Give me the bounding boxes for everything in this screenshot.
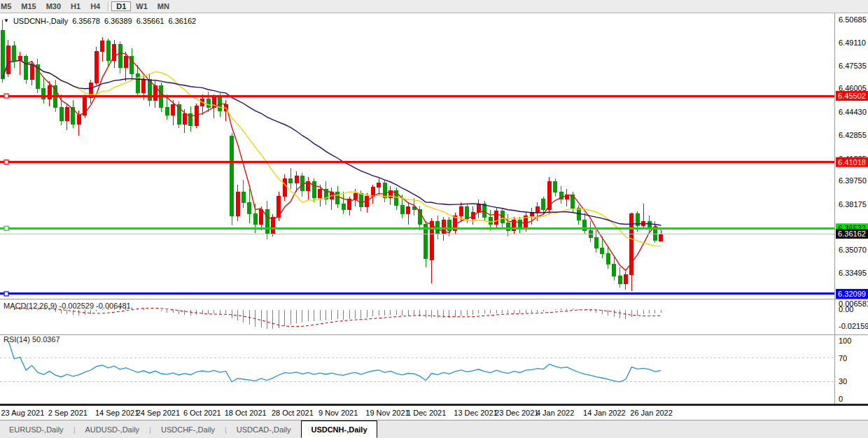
candle-body bbox=[206, 99, 210, 108]
timeframe-button-d1[interactable]: D1 bbox=[111, 1, 131, 11]
candle bbox=[136, 65, 139, 97]
candle-body bbox=[342, 204, 345, 209]
timeframe-button-h1[interactable]: H1 bbox=[66, 1, 85, 11]
timeframe-button-m5[interactable]: M5 bbox=[0, 1, 16, 11]
candle-body bbox=[618, 276, 622, 284]
hline-handle[interactable] bbox=[4, 226, 8, 230]
ohlc-low: 6.35661 bbox=[136, 17, 164, 25]
candle-body bbox=[230, 136, 234, 216]
macd-axis-label: 0.00 bbox=[839, 305, 853, 313]
candle-body bbox=[536, 206, 539, 212]
timeframe-toolbar: M5M15M30H1H4D1W1MN bbox=[0, 0, 868, 13]
candle-body bbox=[13, 45, 16, 60]
axis-price-badge-label: 6.32099 bbox=[838, 290, 866, 298]
date-axis-label: 2 Sep 2021 bbox=[48, 409, 88, 417]
timeframe-button-m30[interactable]: M30 bbox=[41, 1, 66, 11]
candle bbox=[89, 80, 92, 104]
tab-usdcnh[interactable]: USDCNH-,Daily bbox=[301, 421, 377, 438]
candle-body bbox=[295, 176, 298, 183]
candle-body bbox=[241, 192, 245, 202]
candle-body bbox=[606, 254, 610, 264]
candle bbox=[106, 38, 110, 66]
candle bbox=[230, 133, 234, 225]
candle bbox=[160, 83, 163, 112]
candle bbox=[565, 189, 568, 206]
chart-symbol-title: USDCNH-,Daily bbox=[13, 17, 68, 25]
candle-body bbox=[236, 192, 239, 216]
candle bbox=[365, 193, 369, 212]
ohlc-high: 6.36389 bbox=[104, 17, 132, 25]
axis-price-badge-label: 6.45502 bbox=[838, 92, 866, 100]
candle-body bbox=[165, 108, 169, 115]
candle bbox=[577, 205, 580, 224]
axis-price-badge-label: 6.36162 bbox=[838, 229, 866, 238]
candle bbox=[624, 271, 627, 289]
symbol-tab-bar: EURUSD-,Daily|AUDUSD-,Daily|USDCHF-,Dail… bbox=[0, 420, 868, 438]
candle-body bbox=[1, 30, 4, 78]
candle bbox=[495, 208, 498, 229]
candle bbox=[618, 267, 622, 288]
candle-body bbox=[289, 178, 293, 183]
rsi-axis-label: 70 bbox=[839, 354, 847, 362]
tab-usdcad[interactable]: USDCAD-,Daily bbox=[227, 421, 300, 438]
candle bbox=[477, 199, 480, 218]
candle bbox=[83, 94, 87, 118]
price-axis: 6.506856.491106.475356.460056.444306.428… bbox=[835, 13, 868, 404]
candle-body bbox=[371, 188, 374, 197]
candle-body bbox=[430, 221, 433, 260]
candle-body bbox=[495, 211, 498, 225]
macd-indicator-label: MACD(12,26,9) -0.002529 -0.006481 bbox=[4, 302, 131, 310]
candle-body bbox=[336, 192, 340, 204]
candle bbox=[113, 40, 116, 68]
date-axis-label: 13 Dec 2021 bbox=[454, 409, 497, 417]
hline-handle[interactable] bbox=[4, 160, 8, 164]
candle-body bbox=[118, 44, 122, 68]
candle bbox=[201, 94, 204, 115]
candle bbox=[101, 37, 104, 62]
candle-body bbox=[465, 206, 469, 218]
timeframe-button-m15[interactable]: M15 bbox=[16, 1, 41, 11]
candle-body bbox=[400, 205, 404, 214]
candle bbox=[59, 94, 63, 125]
tab-eurusd[interactable]: EURUSD-,Daily bbox=[0, 421, 73, 438]
timeframe-button-w1[interactable]: W1 bbox=[131, 1, 153, 11]
candle-body bbox=[377, 183, 381, 188]
candle-body bbox=[124, 56, 127, 68]
candle bbox=[241, 180, 245, 208]
candle bbox=[395, 188, 398, 210]
candle bbox=[583, 213, 587, 235]
date-axis-label: 9 Nov 2021 bbox=[318, 409, 358, 417]
candle bbox=[447, 217, 451, 236]
candle-body bbox=[424, 225, 428, 259]
candle bbox=[489, 210, 492, 231]
candle bbox=[42, 77, 46, 104]
date-axis-label: 14 Jan 2022 bbox=[583, 409, 626, 417]
price-chart-canvas[interactable]: 6.506856.491106.475356.460056.444306.428… bbox=[0, 13, 868, 420]
timeframe-button-mn[interactable]: MN bbox=[153, 1, 174, 11]
tab-audusd[interactable]: AUDUSD-,Daily bbox=[76, 421, 148, 438]
candle bbox=[289, 168, 293, 189]
timeframe-button-h4[interactable]: H4 bbox=[85, 1, 105, 11]
candle bbox=[307, 177, 310, 199]
candle bbox=[13, 41, 16, 68]
candle-body bbox=[624, 274, 627, 283]
candle bbox=[606, 246, 610, 269]
candle-body bbox=[283, 178, 286, 196]
price-axis-label: 6.47535 bbox=[839, 62, 867, 70]
candle-body bbox=[136, 73, 139, 92]
candle-body bbox=[142, 80, 146, 93]
date-axis: 23 Aug 20212 Sep 202114 Sep 202124 Sep 2… bbox=[1, 409, 673, 417]
candle-body bbox=[383, 183, 386, 198]
rsi-indicator-label: RSI(14) 50.0367 bbox=[4, 335, 60, 344]
hline-handle[interactable] bbox=[4, 94, 8, 98]
candle bbox=[189, 106, 192, 132]
candle-body bbox=[248, 202, 251, 214]
price-axis-label: 6.44430 bbox=[839, 108, 867, 116]
candle-body bbox=[30, 65, 34, 80]
tab-usdchf[interactable]: USDCHF-,Daily bbox=[152, 421, 224, 438]
candle-body bbox=[459, 206, 463, 216]
ma-mid-line bbox=[3, 60, 662, 246]
candle-body bbox=[101, 41, 104, 52]
chevron-down-icon[interactable]: ▼ bbox=[4, 17, 9, 24]
hline-handle[interactable] bbox=[4, 292, 8, 296]
